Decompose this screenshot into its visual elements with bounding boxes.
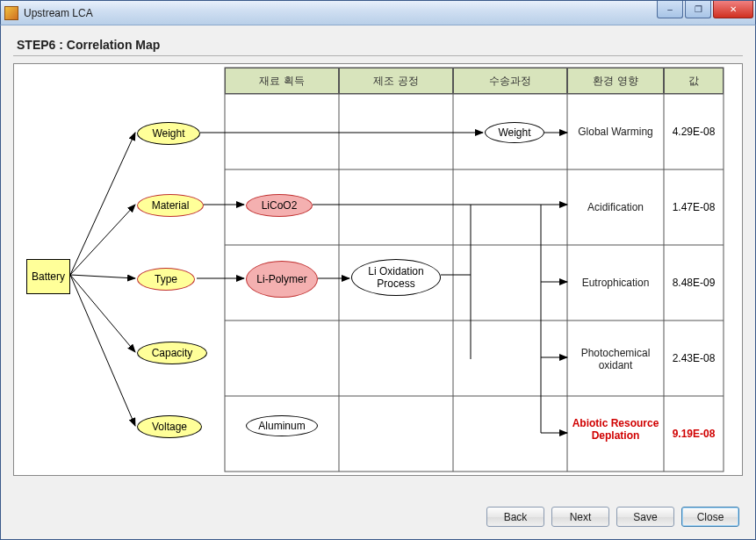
col-header-transport: 수송과정 <box>453 68 567 94</box>
col-header-impact: 환경 영향 <box>567 68 664 94</box>
col-header-manufacturing: 제조 공정 <box>339 68 453 94</box>
root-node-battery: Battery <box>26 259 70 294</box>
window-buttons: – ❐ ✕ <box>657 1 753 18</box>
client-area: STEP6 : Correlation Map <box>0 25 756 540</box>
value-r3: 8.48E-09 <box>666 277 722 289</box>
impact-abiotic: Abiotic Resource Deplation <box>567 417 664 442</box>
attr-weight: Weight <box>137 122 200 145</box>
save-button[interactable]: Save <box>616 507 674 527</box>
titlebar: Upstream LCA – ❐ ✕ <box>0 0 756 25</box>
col-header-material-acq: 재료 획득 <box>225 68 339 94</box>
impact-global-warming: Global Warming <box>567 126 664 138</box>
svg-line-12 <box>70 275 135 278</box>
next-button[interactable]: Next <box>551 507 609 527</box>
col-header-value: 값 <box>664 68 724 94</box>
value-r1: 4.29E-08 <box>666 126 722 138</box>
process-li-oxidation: Li Oxidation Process <box>351 259 441 296</box>
attr-material: Material <box>137 194 204 217</box>
attr-type: Type <box>137 268 195 291</box>
value-r5: 9.19E-08 <box>666 428 722 440</box>
divider <box>13 55 743 56</box>
close-window-button[interactable]: ✕ <box>713 1 753 18</box>
close-button[interactable]: Close <box>681 507 739 527</box>
maximize-button[interactable]: ❐ <box>685 1 711 18</box>
attr-capacity: Capacity <box>137 342 207 364</box>
correlation-map: 재료 획득 제조 공정 수송과정 환경 영향 값 Battery Weight … <box>13 63 743 476</box>
button-row: Back Next Save Close <box>486 507 739 527</box>
svg-line-13 <box>70 275 135 352</box>
minimize-button[interactable]: – <box>657 1 683 18</box>
material-licoo2: LiCoO2 <box>246 194 313 217</box>
transport-weight: Weight <box>485 122 544 143</box>
type-lipolymer: Li-Polymer <box>246 261 318 298</box>
material-aluminum: Aluminum <box>246 415 318 436</box>
back-button[interactable]: Back <box>486 507 544 527</box>
app-icon <box>4 6 18 20</box>
impact-eutrophication: Eutrophication <box>567 277 664 289</box>
value-r4: 2.43E-08 <box>666 352 722 364</box>
svg-line-10 <box>70 133 135 275</box>
svg-line-14 <box>70 275 135 426</box>
impact-photochemical: Photochemical oxidant <box>567 347 664 371</box>
page-title: STEP6 : Correlation Map <box>17 38 743 52</box>
impact-acidification: Acidification <box>567 201 664 213</box>
svg-line-11 <box>70 205 135 275</box>
attr-voltage: Voltage <box>137 415 202 438</box>
value-r2: 1.47E-08 <box>666 201 722 213</box>
window-title: Upstream LCA <box>24 7 93 19</box>
